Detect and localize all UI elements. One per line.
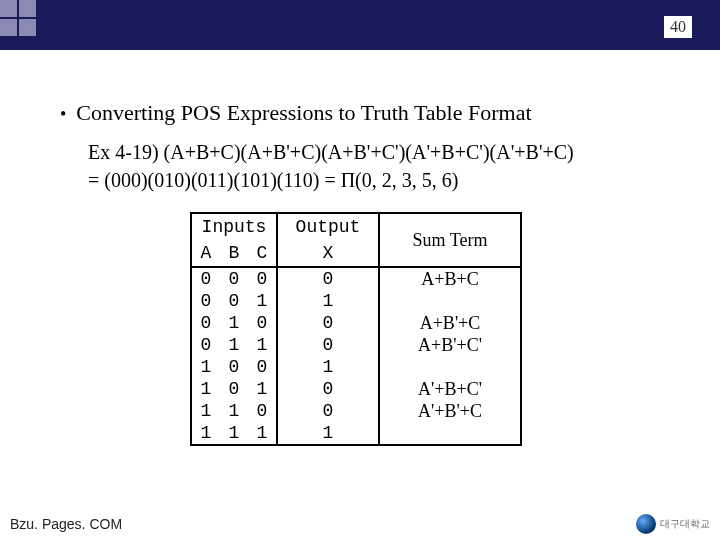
inputs-cell: 010 xyxy=(191,312,277,334)
truth-table-wrap: Inputs A B C Output X xyxy=(190,212,700,446)
output-cell: 0 xyxy=(277,267,379,290)
inputs-cell: 111 xyxy=(191,422,277,445)
output-header: Output xyxy=(278,214,378,240)
sum-term-cell: A'+B+C' xyxy=(379,378,521,400)
table-row: 1001 xyxy=(191,356,521,378)
table-row: 1100A'+B'+C xyxy=(191,400,521,422)
table-row: 1111 xyxy=(191,422,521,445)
output-cell: 0 xyxy=(277,334,379,356)
sum-term-header: Sum Term xyxy=(413,230,488,250)
inputs-cell: 101 xyxy=(191,378,277,400)
col-c-header: C xyxy=(248,240,276,266)
inputs-cell: 000 xyxy=(191,267,277,290)
output-cell: 1 xyxy=(277,422,379,445)
header-bar xyxy=(0,0,720,50)
table-row: 0100A+B'+C xyxy=(191,312,521,334)
truth-table: Inputs A B C Output X xyxy=(190,212,522,446)
inputs-cell: 011 xyxy=(191,334,277,356)
inputs-header: Inputs xyxy=(192,214,276,240)
output-cell: 0 xyxy=(277,312,379,334)
footer-text: Bzu. Pages. COM xyxy=(10,516,122,532)
table-row: 0110A+B'+C' xyxy=(191,334,521,356)
logo-text: 대구대학교 xyxy=(660,517,710,531)
corner-decoration xyxy=(0,0,36,36)
sum-term-cell xyxy=(379,422,521,445)
output-cell: 0 xyxy=(277,400,379,422)
table-row: 1010A'+B+C' xyxy=(191,378,521,400)
page-number: 40 xyxy=(664,16,692,38)
sum-term-cell: A+B+C xyxy=(379,267,521,290)
output-cell: 1 xyxy=(277,356,379,378)
inputs-cell: 001 xyxy=(191,290,277,312)
bullet-icon: • xyxy=(60,105,66,123)
inputs-cell: 100 xyxy=(191,356,277,378)
col-b-header: B xyxy=(220,240,248,266)
sum-term-cell: A'+B'+C xyxy=(379,400,521,422)
sum-term-cell xyxy=(379,356,521,378)
output-cell: 0 xyxy=(277,378,379,400)
slide-content: • Converting POS Expressions to Truth Ta… xyxy=(60,100,700,446)
sum-term-cell xyxy=(379,290,521,312)
col-a-header: A xyxy=(192,240,220,266)
slide-title: Converting POS Expressions to Truth Tabl… xyxy=(76,100,531,126)
table-row: 0000A+B+C xyxy=(191,267,521,290)
globe-icon xyxy=(636,514,656,534)
example-block: Ex 4-19) (A+B+C)(A+B'+C)(A+B'+C')(A'+B+C… xyxy=(88,138,700,194)
table-row: 0011 xyxy=(191,290,521,312)
example-line-1: Ex 4-19) (A+B+C)(A+B'+C)(A+B'+C')(A'+B+C… xyxy=(88,138,700,166)
inputs-cell: 110 xyxy=(191,400,277,422)
sum-term-cell: A+B'+C' xyxy=(379,334,521,356)
title-row: • Converting POS Expressions to Truth Ta… xyxy=(60,100,700,126)
output-cell: 1 xyxy=(277,290,379,312)
example-line-2: = (000)(010)(011)(101)(110) = Π(0, 2, 3,… xyxy=(88,166,700,194)
col-x-header: X xyxy=(278,240,378,266)
university-logo: 대구대학교 xyxy=(636,514,710,534)
sum-term-cell: A+B'+C xyxy=(379,312,521,334)
